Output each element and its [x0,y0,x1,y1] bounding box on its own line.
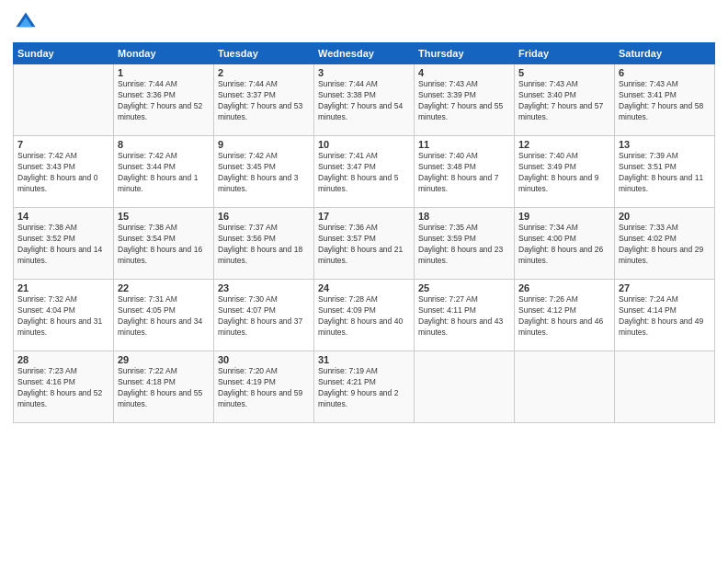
day-number: 28 [17,354,109,365]
day-number: 14 [17,211,109,222]
day-info: Sunrise: 7:30 AMSunset: 4:07 PMDaylight:… [218,294,310,339]
day-info: Sunrise: 7:23 AMSunset: 4:16 PMDaylight:… [17,366,109,410]
header-cell-friday: Friday [515,43,615,64]
day-number: 7 [17,139,109,150]
day-info: Sunrise: 7:42 AMSunset: 3:44 PMDaylight:… [118,151,210,195]
day-info: Sunrise: 7:28 AMSunset: 4:09 PMDaylight:… [318,294,410,339]
day-number: 21 [17,282,109,293]
day-info: Sunrise: 7:40 AMSunset: 3:49 PMDaylight:… [518,151,610,195]
day-number: 26 [518,282,610,293]
week-row-2: 7Sunrise: 7:42 AMSunset: 3:43 PMDaylight… [14,136,715,208]
day-info: Sunrise: 7:40 AMSunset: 3:48 PMDaylight:… [418,151,510,195]
calendar-cell [415,351,515,423]
day-info: Sunrise: 7:27 AMSunset: 4:11 PMDaylight:… [418,294,510,339]
day-info: Sunrise: 7:43 AMSunset: 3:40 PMDaylight:… [518,79,610,123]
calendar-cell: 3Sunrise: 7:44 AMSunset: 3:38 PMDaylight… [314,64,415,136]
week-row-5: 28Sunrise: 7:23 AMSunset: 4:16 PMDayligh… [14,351,715,423]
calendar-cell: 30Sunrise: 7:20 AMSunset: 4:19 PMDayligh… [214,351,314,423]
calendar-cell: 2Sunrise: 7:44 AMSunset: 3:37 PMDaylight… [214,64,314,136]
calendar-cell: 21Sunrise: 7:32 AMSunset: 4:04 PMDayligh… [14,280,114,351]
day-info: Sunrise: 7:44 AMSunset: 3:38 PMDaylight:… [318,79,410,123]
week-row-3: 14Sunrise: 7:38 AMSunset: 3:52 PMDayligh… [14,208,715,280]
day-number: 6 [619,67,711,78]
day-info: Sunrise: 7:38 AMSunset: 3:54 PMDaylight:… [118,223,210,267]
day-number: 30 [218,354,310,365]
calendar-cell: 15Sunrise: 7:38 AMSunset: 3:54 PMDayligh… [114,208,214,280]
logo [13,9,42,35]
day-info: Sunrise: 7:33 AMSunset: 4:02 PMDaylight:… [619,223,711,267]
calendar-table: SundayMondayTuesdayWednesdayThursdayFrid… [13,42,715,423]
day-number: 24 [318,282,410,293]
day-number: 18 [418,211,510,222]
day-number: 31 [318,354,410,365]
week-row-1: 1Sunrise: 7:44 AMSunset: 3:36 PMDaylight… [14,64,715,136]
day-number: 27 [619,282,711,293]
calendar-cell: 12Sunrise: 7:40 AMSunset: 3:49 PMDayligh… [515,136,615,208]
calendar-cell: 7Sunrise: 7:42 AMSunset: 3:43 PMDaylight… [14,136,114,208]
calendar-cell: 19Sunrise: 7:34 AMSunset: 4:00 PMDayligh… [515,208,615,280]
day-number: 4 [418,67,510,78]
calendar-cell: 27Sunrise: 7:24 AMSunset: 4:14 PMDayligh… [615,280,715,351]
calendar-cell: 25Sunrise: 7:27 AMSunset: 4:11 PMDayligh… [415,280,515,351]
day-info: Sunrise: 7:44 AMSunset: 3:37 PMDaylight:… [218,79,310,123]
day-info: Sunrise: 7:31 AMSunset: 4:05 PMDaylight:… [118,294,210,339]
calendar-cell: 24Sunrise: 7:28 AMSunset: 4:09 PMDayligh… [314,280,415,351]
day-info: Sunrise: 7:43 AMSunset: 3:41 PMDaylight:… [619,79,711,123]
header-cell-tuesday: Tuesday [214,43,314,64]
header-row: SundayMondayTuesdayWednesdayThursdayFrid… [14,43,715,64]
day-info: Sunrise: 7:39 AMSunset: 3:51 PMDaylight:… [619,151,711,195]
calendar-cell: 10Sunrise: 7:41 AMSunset: 3:47 PMDayligh… [314,136,415,208]
day-info: Sunrise: 7:35 AMSunset: 3:59 PMDaylight:… [418,223,510,267]
calendar-cell: 20Sunrise: 7:33 AMSunset: 4:02 PMDayligh… [615,208,715,280]
day-info: Sunrise: 7:26 AMSunset: 4:12 PMDaylight:… [518,294,610,339]
day-number: 12 [518,139,610,150]
logo-icon [13,9,39,35]
header-cell-monday: Monday [114,43,214,64]
calendar-cell: 26Sunrise: 7:26 AMSunset: 4:12 PMDayligh… [515,280,615,351]
calendar-cell: 9Sunrise: 7:42 AMSunset: 3:45 PMDaylight… [214,136,314,208]
day-info: Sunrise: 7:41 AMSunset: 3:47 PMDaylight:… [318,151,410,195]
calendar-cell [14,64,114,136]
header-cell-wednesday: Wednesday [314,43,415,64]
day-info: Sunrise: 7:43 AMSunset: 3:39 PMDaylight:… [418,79,510,123]
day-number: 8 [118,139,210,150]
day-number: 13 [619,139,711,150]
header-cell-sunday: Sunday [14,43,114,64]
calendar-cell: 6Sunrise: 7:43 AMSunset: 3:41 PMDaylight… [615,64,715,136]
header-cell-thursday: Thursday [415,43,515,64]
day-number: 9 [218,139,310,150]
day-info: Sunrise: 7:37 AMSunset: 3:56 PMDaylight:… [218,223,310,267]
day-number: 16 [218,211,310,222]
day-info: Sunrise: 7:24 AMSunset: 4:14 PMDaylight:… [619,294,711,339]
day-info: Sunrise: 7:32 AMSunset: 4:04 PMDaylight:… [17,294,109,339]
week-row-4: 21Sunrise: 7:32 AMSunset: 4:04 PMDayligh… [14,280,715,351]
day-number: 11 [418,139,510,150]
day-number: 10 [318,139,410,150]
day-number: 22 [118,282,210,293]
page: SundayMondayTuesdayWednesdayThursdayFrid… [0,0,728,563]
calendar-cell: 16Sunrise: 7:37 AMSunset: 3:56 PMDayligh… [214,208,314,280]
calendar-cell: 22Sunrise: 7:31 AMSunset: 4:05 PMDayligh… [114,280,214,351]
day-number: 17 [318,211,410,222]
calendar-cell: 1Sunrise: 7:44 AMSunset: 3:36 PMDaylight… [114,64,214,136]
calendar-cell [515,351,615,423]
day-info: Sunrise: 7:19 AMSunset: 4:21 PMDaylight:… [318,366,410,410]
day-number: 29 [118,354,210,365]
calendar-cell: 18Sunrise: 7:35 AMSunset: 3:59 PMDayligh… [415,208,515,280]
day-number: 23 [218,282,310,293]
calendar-cell: 5Sunrise: 7:43 AMSunset: 3:40 PMDaylight… [515,64,615,136]
day-number: 25 [418,282,510,293]
calendar-cell: 28Sunrise: 7:23 AMSunset: 4:16 PMDayligh… [14,351,114,423]
header-cell-saturday: Saturday [615,43,715,64]
day-info: Sunrise: 7:34 AMSunset: 4:00 PMDaylight:… [518,223,610,267]
day-number: 19 [518,211,610,222]
day-info: Sunrise: 7:20 AMSunset: 4:19 PMDaylight:… [218,366,310,410]
calendar-cell: 17Sunrise: 7:36 AMSunset: 3:57 PMDayligh… [314,208,415,280]
calendar-cell: 14Sunrise: 7:38 AMSunset: 3:52 PMDayligh… [14,208,114,280]
header [13,9,715,35]
calendar-cell: 29Sunrise: 7:22 AMSunset: 4:18 PMDayligh… [114,351,214,423]
calendar-cell: 8Sunrise: 7:42 AMSunset: 3:44 PMDaylight… [114,136,214,208]
day-info: Sunrise: 7:44 AMSunset: 3:36 PMDaylight:… [118,79,210,123]
day-number: 5 [518,67,610,78]
calendar-cell: 31Sunrise: 7:19 AMSunset: 4:21 PMDayligh… [314,351,415,423]
